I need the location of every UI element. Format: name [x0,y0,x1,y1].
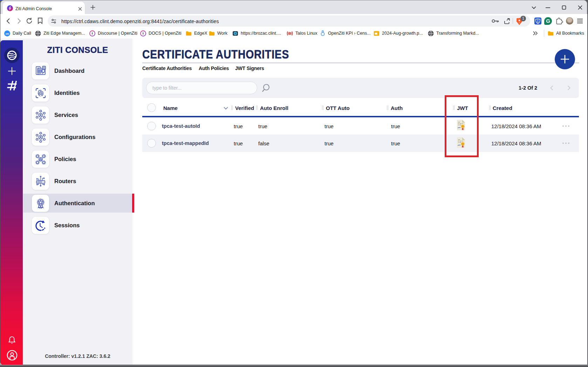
svg-text:zm: zm [6,32,9,35]
